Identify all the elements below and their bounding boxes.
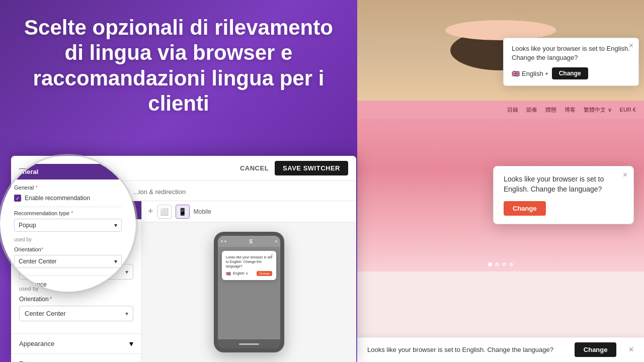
magnifier-orientation-label: Orientation* [14,246,122,252]
lang-bar-bottom: Looks like your browser is set to Englis… [357,337,644,362]
lang-popup-mid: × Looks like your browser is set to Engl… [493,166,634,224]
nav-item-3[interactable]: 體態 [545,106,556,114]
texts-label: Texts [19,360,34,362]
appearance-label: Appearance [19,340,54,347]
magnifier-general-field-label: General * [14,185,122,191]
nav-lang[interactable]: 繁體中文 ∨ [584,106,612,114]
orientation-label: Orientation * [19,296,133,303]
nav-item-2[interactable]: 節奏 [526,106,537,114]
magnifier-orientation-field: Center Center ▾ [14,255,122,268]
magnifier-section-body: General * ✓ Enable recommendation Recomm… [8,179,128,275]
orientation-select[interactable]: Center Center [19,306,133,321]
change-button-mid[interactable]: Change [504,201,546,216]
phone-popup: × Looks like your browser is set to Engl… [222,251,276,280]
lang-bar-text: Looks like your browser is set to Englis… [367,346,567,353]
phone-popup-text: Looks like your browser is set to Englis… [226,255,272,268]
phone-bottom-bar [218,339,280,348]
phone-flag-emoji: 🇬🇧 [226,272,231,276]
orientation-row: Orientation * Center Center [19,296,133,321]
phone-popup-footer: 🇬🇧 English ∨ Change [226,271,272,276]
hero-title: Scelte opzionali di rilevamento di lingu… [0,15,357,117]
phone-screen: S × Looks like your browser is set to En… [218,236,280,348]
magnifier-rec-required: * [71,210,73,216]
chevron-down-icon-texts: ▾ [129,359,133,362]
magnifier-checkbox: ✓ [14,195,21,202]
magnifier-popup-value: Popup [19,222,36,229]
appearance-row[interactable]: Appearance ▾ [11,333,141,353]
phone-letter: S [249,239,253,244]
preview-content: S × Looks like your browser is set to En… [142,222,356,362]
lang-popup-top: × Looks like your browser is set to Engl… [503,38,639,86]
nav-currency[interactable]: EUR € [620,107,636,113]
phone-dot-2 [224,240,226,242]
lang-popup-footer: 🇬🇧 English ▾ Change [512,67,630,79]
preview-panel: + ⬜ 📱 Mobile S [142,201,356,362]
magnifier-rec-label: Recommendation type * [14,210,122,216]
chevron-down-icon-appearance: ▾ [129,339,133,348]
magnifier-required: * [35,185,37,191]
add-button[interactable]: + [148,206,153,217]
phone-lang-text: English ∨ [233,272,248,276]
slide-dots [488,262,513,266]
orientation-required: * [50,296,52,303]
magnifier-divider [14,207,122,207]
macaron-top-image: × Looks like your browser is set to Engl… [357,0,644,101]
macaron-nav: 目錄 節奏 體態 博客 繁體中文 ∨ EUR € [357,101,644,119]
phone-frame: S × Looks like your browser is set to En… [214,232,284,352]
change-button-top[interactable]: Change [552,67,588,79]
close-icon-bar[interactable]: × [628,344,634,355]
save-switcher-button[interactable]: SAVE SWITCHER [275,161,348,175]
phone-popup-close-icon: × [270,253,273,258]
magnifier-orientation-value: Center Center [19,258,56,265]
phone-home-indicator [239,343,259,345]
nav-lang-chevron: ∨ [608,107,612,113]
lang-popup-mid-text: Looks like your browser is set to Englis… [504,174,623,194]
orientation-select-wrapper: Center Center [19,306,133,321]
language-text: English [522,70,543,77]
nav-item-1[interactable]: 目錄 [507,106,518,114]
right-panel: × Looks like your browser is set to Engl… [357,0,644,362]
orientation-label-text: Orientation [19,296,49,303]
nav-lang-text: 繁體中文 [584,106,606,114]
magnifier-orientation: Orientation* Center Center ▾ [14,246,122,268]
magnifier-popup-field: Popup ▾ [14,219,122,232]
flag-text: 🇬🇧 English ▾ [512,70,548,77]
cancel-button[interactable]: CANCEL [240,164,269,172]
close-icon[interactable]: × [629,41,633,50]
texts-row[interactable]: Texts ▾ [11,353,141,362]
phone-dot-3 [275,240,277,242]
magnifier-popup-wrapper: Popup ▾ [14,219,122,232]
magnifier-checkbox-row: ✓ Enable recommendation [14,195,122,202]
phone-nav-bar: S [218,236,280,247]
dot-2[interactable] [495,262,499,266]
magnifier-orientation-wrapper: Center Center ▾ [14,255,122,268]
flag-emoji: 🇬🇧 [512,70,520,77]
tab-detection-redirection[interactable]: ...ion & redirection [124,184,195,201]
tablet-device-btn[interactable]: ⬜ [157,205,172,219]
magnifier-content: General ▲ General * ✓ Enable recommendat… [0,156,136,292]
preview-toolbar: + ⬜ 📱 Mobile [142,201,356,222]
magnifier-overlay: General ▲ General * ✓ Enable recommendat… [0,156,136,292]
magnifier-enable-label: Enable recommendation [25,195,90,202]
magnifier-orientation-chevron: ▾ [114,258,117,265]
phone-dot-1 [221,240,223,242]
close-icon-mid[interactable]: × [623,170,627,179]
magnifier-orient-required: * [41,246,43,252]
change-button-bottom[interactable]: Change [575,342,617,357]
magnifier-rec-type: Recommendation type * Popup ▾ [14,210,122,232]
chevron-down-icon[interactable]: ▾ [545,71,548,76]
mobile-device-btn[interactable]: 📱 [176,205,190,219]
magnifier-popup-chevron: ▾ [114,222,117,229]
lang-popup-top-text: Looks like your browser is set to Englis… [512,44,630,62]
mobile-label: Mobile [194,208,211,215]
dot-4[interactable] [509,262,513,266]
dot-3[interactable] [502,262,506,266]
dot-1[interactable] [488,262,492,266]
macaron-mid-image: 目錄 節奏 體態 博客 繁體中文 ∨ EUR € × Looks like yo… [357,101,644,272]
magnifier-note: used by [14,237,122,242]
nav-item-4[interactable]: 博客 [565,106,576,114]
phone-change-button[interactable]: Change [257,271,272,276]
